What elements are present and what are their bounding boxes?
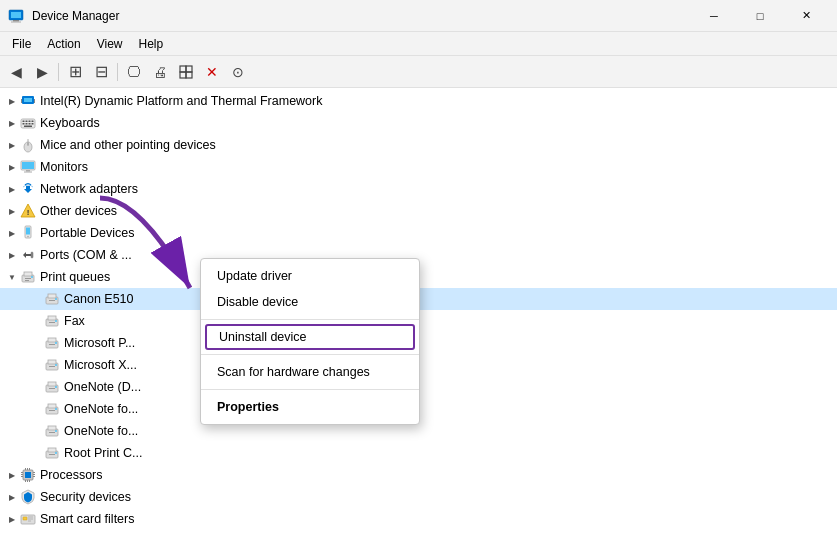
tree-item-network[interactable]: Network adapters xyxy=(0,178,837,200)
svg-rect-54 xyxy=(48,360,56,364)
svg-text:!: ! xyxy=(27,208,30,217)
svg-rect-10 xyxy=(21,99,22,103)
label-rootprint: Root Print C... xyxy=(64,446,143,460)
svg-rect-84 xyxy=(25,480,26,482)
svg-rect-15 xyxy=(29,121,31,123)
tree-item-mice[interactable]: Mice and other pointing devices xyxy=(0,134,837,156)
svg-point-24 xyxy=(27,143,29,145)
icon-portable xyxy=(20,225,36,241)
svg-rect-34 xyxy=(26,254,31,256)
tb-forward[interactable]: ▶ xyxy=(30,60,54,84)
tree-item-processors[interactable]: Processors xyxy=(0,464,837,486)
label-keyboards: Keyboards xyxy=(40,116,100,130)
tb-sep1 xyxy=(58,63,59,81)
svg-rect-63 xyxy=(49,410,55,411)
context-menu: Update driver Disable device Uninstall d… xyxy=(200,258,420,425)
svg-rect-68 xyxy=(55,430,57,432)
label-portable: Portable Devices xyxy=(40,226,135,240)
expand-keyboards[interactable] xyxy=(4,115,20,131)
svg-rect-4 xyxy=(180,66,186,72)
svg-rect-18 xyxy=(26,123,28,125)
label-network: Network adapters xyxy=(40,182,138,196)
tree-item-smartcard[interactable]: Smart card filters xyxy=(0,508,837,530)
expand-other[interactable] xyxy=(4,203,20,219)
svg-rect-2 xyxy=(13,20,19,22)
ctx-properties[interactable]: Properties xyxy=(201,394,419,420)
ctx-uninstall-device[interactable]: Uninstall device xyxy=(205,324,415,350)
label-microsoftx: Microsoft X... xyxy=(64,358,137,372)
window-title: Device Manager xyxy=(32,9,691,23)
tb-expand-all[interactable]: ⊞ xyxy=(63,60,87,84)
icon-microsoftx xyxy=(44,357,60,373)
expand-smartcard[interactable] xyxy=(4,511,20,527)
icon-monitors xyxy=(20,159,36,175)
close-button[interactable]: ✕ xyxy=(783,0,829,32)
svg-rect-74 xyxy=(25,472,31,478)
svg-rect-40 xyxy=(31,276,33,278)
menu-action[interactable]: Action xyxy=(39,35,88,53)
tb-remove[interactable]: ✕ xyxy=(200,60,224,84)
label-onenote2: OneNote fo... xyxy=(64,402,138,416)
svg-rect-86 xyxy=(29,480,30,482)
svg-rect-83 xyxy=(29,468,30,470)
label-printq: Print queues xyxy=(40,270,110,284)
app-icon xyxy=(8,8,24,24)
svg-rect-72 xyxy=(55,452,57,454)
tree-item-rootprint[interactable]: Root Print C... xyxy=(0,442,837,464)
tree-item-security[interactable]: Security devices xyxy=(0,486,837,508)
expand-mice[interactable] xyxy=(4,137,20,153)
tb-sep2 xyxy=(117,63,118,81)
svg-point-33 xyxy=(27,236,29,238)
ctx-sep1 xyxy=(201,319,419,320)
tree-item-intel[interactable]: Intel(R) Dynamic Platform and Thermal Fr… xyxy=(0,90,837,112)
expand-printq[interactable] xyxy=(4,269,20,285)
menu-file[interactable]: File xyxy=(4,35,39,53)
tb-back[interactable]: ◀ xyxy=(4,60,28,84)
svg-rect-75 xyxy=(21,472,23,473)
icon-keyboards xyxy=(20,115,36,131)
svg-rect-6 xyxy=(180,72,186,78)
expand-processors[interactable] xyxy=(4,467,20,483)
svg-rect-14 xyxy=(26,121,28,123)
tb-scan[interactable]: ⊙ xyxy=(226,60,250,84)
svg-rect-42 xyxy=(48,294,56,298)
svg-rect-66 xyxy=(48,426,56,430)
svg-rect-50 xyxy=(48,338,56,342)
tree-item-other[interactable]: ! Other devices xyxy=(0,200,837,222)
tree-item-portable[interactable]: Portable Devices xyxy=(0,222,837,244)
svg-rect-16 xyxy=(32,121,34,123)
expand-security[interactable] xyxy=(4,489,20,505)
expand-network[interactable] xyxy=(4,181,20,197)
tb-collapse-all[interactable]: ⊟ xyxy=(89,60,113,84)
menu-view[interactable]: View xyxy=(89,35,131,53)
tb-monitor[interactable]: 🖵 xyxy=(122,60,146,84)
icon-intel xyxy=(20,93,36,109)
tb-add[interactable] xyxy=(174,60,198,84)
tree-item-monitors[interactable]: Monitors xyxy=(0,156,837,178)
svg-rect-55 xyxy=(49,366,55,367)
tb-print[interactable]: 🖨 xyxy=(148,60,172,84)
icon-smartcard xyxy=(20,511,36,527)
expand-monitors[interactable] xyxy=(4,159,20,175)
svg-rect-44 xyxy=(55,298,57,300)
ctx-scan-hardware[interactable]: Scan for hardware changes xyxy=(201,359,419,385)
icon-microsoftp xyxy=(44,335,60,351)
ctx-update-driver[interactable]: Update driver xyxy=(201,263,419,289)
icon-printq xyxy=(20,269,36,285)
expand-intel[interactable] xyxy=(4,93,20,109)
expand-portable[interactable] xyxy=(4,225,20,241)
svg-rect-51 xyxy=(49,344,55,345)
icon-rootprint xyxy=(44,445,60,461)
menu-help[interactable]: Help xyxy=(131,35,172,53)
ctx-disable-device[interactable]: Disable device xyxy=(201,289,419,315)
svg-rect-13 xyxy=(23,121,25,123)
tree-item-keyboards[interactable]: Keyboards xyxy=(0,112,837,134)
maximize-button[interactable]: □ xyxy=(737,0,783,32)
svg-rect-27 xyxy=(26,170,30,172)
svg-rect-85 xyxy=(27,480,28,482)
svg-rect-47 xyxy=(49,322,55,323)
expand-ports[interactable] xyxy=(4,247,20,263)
icon-network xyxy=(20,181,36,197)
minimize-button[interactable]: ─ xyxy=(691,0,737,32)
svg-rect-58 xyxy=(48,382,56,386)
